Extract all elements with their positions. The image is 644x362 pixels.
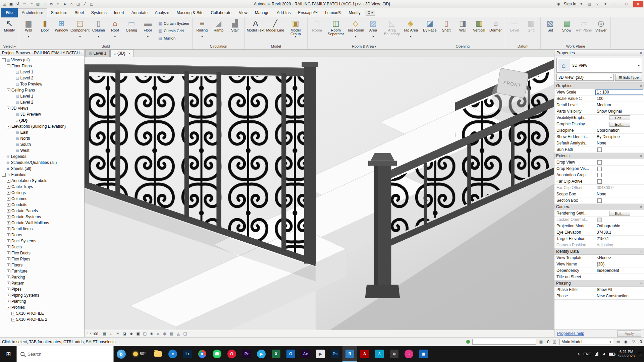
taskbar-app-excel[interactable]: X bbox=[269, 346, 283, 362]
select-panel-label[interactable]: Select ▾ bbox=[0, 44, 19, 49]
design-options-select[interactable]: Main Model ▾ bbox=[559, 339, 613, 345]
section-icon[interactable]: ◫ bbox=[75, 1, 81, 7]
expand-icon[interactable]: + bbox=[7, 294, 10, 297]
displacement-icon[interactable]: ◱ bbox=[182, 331, 188, 337]
apply-button[interactable]: Apply bbox=[617, 330, 641, 337]
type-selector[interactable]: ⌂ 3D View ▾ bbox=[556, 58, 642, 73]
collapse-section-icon[interactable]: « bbox=[639, 250, 643, 252]
prop-value-detail-level[interactable]: Medium bbox=[595, 102, 644, 108]
tree-item-profiles[interactable]: -Profiles bbox=[0, 304, 84, 310]
taskbar-search[interactable]: Search bbox=[16, 346, 114, 362]
assistant-button[interactable]: b bbox=[117, 350, 126, 359]
ribbon-tab-analyze[interactable]: Analyze bbox=[151, 8, 173, 17]
prop-value-rendering-setti[interactable]: Edit... bbox=[595, 210, 644, 216]
tool-curtain-grid[interactable]: ▥Curtain Grid bbox=[157, 28, 191, 34]
tree-item-furniture[interactable]: +Furniture bbox=[0, 268, 84, 274]
tree-item-columns[interactable]: +Columns bbox=[0, 196, 84, 202]
sun-path-icon[interactable]: ☀ bbox=[115, 331, 121, 337]
prop-value-target-elevation[interactable]: 2150.1 bbox=[595, 236, 644, 242]
edit-button[interactable]: Edit... bbox=[609, 115, 630, 120]
maximize-button[interactable]: □ bbox=[622, 1, 631, 7]
tool-column[interactable]: ▯Column▾ bbox=[91, 18, 107, 39]
prop-value-parts-visibility[interactable]: Show Original bbox=[595, 108, 644, 114]
tree-item-pipes[interactable]: +Pipes bbox=[0, 286, 84, 292]
expand-icon[interactable]: + bbox=[7, 221, 10, 225]
tool-area-boundary[interactable]: ◺Area Boundary bbox=[381, 18, 402, 36]
taskbar-app-edge[interactable]: e bbox=[165, 346, 180, 362]
tool-floor[interactable]: ▬Floor▾ bbox=[140, 18, 156, 39]
reveal-hidden-icon[interactable]: ◍ bbox=[162, 331, 168, 337]
ribbon-tab-systems[interactable]: Systems bbox=[88, 8, 110, 17]
taskbar-app-file-explorer[interactable] bbox=[151, 346, 165, 362]
tree-item-curtain-systems[interactable]: +Curtain Systems bbox=[0, 214, 84, 220]
design-options-dropdown-icon[interactable]: ▾ bbox=[609, 340, 611, 344]
prop-value-phase[interactable]: New Construction bbox=[595, 293, 644, 299]
ribbon-tab-file[interactable]: File bbox=[1, 8, 18, 17]
expand-icon[interactable]: + bbox=[7, 239, 10, 243]
expand-icon[interactable]: + bbox=[7, 300, 10, 303]
prop-value-crop-view[interactable] bbox=[595, 159, 644, 165]
tool-stair[interactable]: ▟Stair bbox=[227, 18, 243, 36]
taskbar-app-after-effects[interactable]: Ae bbox=[298, 346, 313, 362]
measure-icon[interactable]: ↔ bbox=[42, 1, 48, 7]
taskbar-app-telegram[interactable]: ▶ bbox=[254, 346, 269, 362]
checkbox[interactable] bbox=[597, 167, 602, 171]
tree-item-west[interactable]: ▤West bbox=[0, 147, 84, 154]
taskbar-app-outlook[interactable]: O bbox=[283, 346, 298, 362]
view-scale-control[interactable]: 1 : 100 bbox=[86, 332, 101, 336]
press-drag-icon[interactable]: ◉ bbox=[623, 339, 629, 345]
ribbon-tab-massing-site[interactable]: Massing & Site bbox=[173, 8, 207, 17]
taskbar-app-settings[interactable]: ⊛ bbox=[387, 346, 401, 362]
tree-item-3d-preview[interactable]: ▤3D Preview bbox=[0, 111, 84, 117]
wifi-icon[interactable] bbox=[595, 352, 598, 356]
save-icon[interactable]: ▣ bbox=[8, 1, 14, 7]
prop-value-eye-elevation[interactable]: 37438.1 bbox=[595, 229, 644, 235]
language-indicator[interactable]: ENG bbox=[583, 352, 591, 356]
expand-icon[interactable]: + bbox=[7, 227, 10, 231]
print-icon[interactable]: ▥ bbox=[35, 1, 41, 7]
tool-area[interactable]: ▨Area▾ bbox=[365, 18, 381, 39]
ribbon-tab-structure[interactable]: Structure bbox=[47, 8, 71, 17]
tool-by-face[interactable]: ◪By Face bbox=[422, 18, 438, 36]
tree-item-annotation-symbols[interactable]: +Annotation Symbols bbox=[0, 178, 84, 184]
ribbon-tab-view[interactable]: View bbox=[235, 8, 251, 17]
ribbon-tab-annotate[interactable]: Annotate bbox=[128, 8, 151, 17]
taskbar-app-opera[interactable]: O bbox=[224, 346, 239, 362]
tool-ceiling[interactable]: ▭Ceiling bbox=[123, 18, 140, 36]
tree-item-east[interactable]: ▤East bbox=[0, 129, 84, 135]
thin-lines-icon[interactable]: ╱ bbox=[82, 1, 88, 7]
checkbox[interactable] bbox=[597, 198, 602, 203]
tool-model-text[interactable]: AModel Text bbox=[246, 18, 265, 36]
redo-icon[interactable]: ↷ bbox=[28, 1, 34, 7]
analytical-model-icon[interactable]: ◬ bbox=[175, 331, 181, 337]
prop-value-title-on-sheet[interactable] bbox=[595, 274, 644, 280]
type-selector-dropdown-icon[interactable]: ▾ bbox=[636, 64, 642, 67]
tree-item-detail-items[interactable]: +Detail Items bbox=[0, 226, 84, 232]
tool-mullion[interactable]: ▤Mullion bbox=[157, 35, 191, 41]
sync-icon[interactable]: ↺ bbox=[15, 1, 21, 7]
prop-value-locked-orientat[interactable] bbox=[595, 217, 644, 223]
shadows-icon[interactable]: ◪ bbox=[122, 331, 128, 337]
tool-roof[interactable]: ⌂Roof▾ bbox=[107, 18, 123, 39]
tool-tag-area[interactable]: ◈Tag Area▾ bbox=[402, 18, 419, 39]
tree-item-planting[interactable]: +Planting bbox=[0, 298, 84, 304]
panel-label-model[interactable]: Model bbox=[245, 44, 307, 49]
tree-item-families[interactable]: -◰Families bbox=[0, 172, 84, 178]
design-options-icon[interactable]: ◫ bbox=[552, 339, 557, 345]
tool-tag-room[interactable]: ◇Tag Room▾ bbox=[346, 18, 365, 39]
view-tab-level-1[interactable]: ▤Level 1 bbox=[85, 50, 110, 57]
panel-label-datum[interactable]: Datum bbox=[505, 44, 540, 49]
taskbar-app-photos[interactable]: ▣ bbox=[416, 346, 431, 362]
prop-value-sun-path[interactable] bbox=[595, 146, 644, 153]
taskbar-clock[interactable]: 6:21 PM 5/23/2023 bbox=[618, 350, 635, 358]
ribbon-tab-add-ins[interactable]: Add-Ins bbox=[273, 8, 294, 17]
tree-item-schedules-quantities-all[interactable]: ▤Schedules/Quantities (all) bbox=[0, 160, 84, 166]
taskbar-app-groove-music[interactable]: ♪ bbox=[401, 346, 416, 362]
checkbox[interactable] bbox=[597, 218, 602, 222]
tool-model-group[interactable]: ▣Model Group▾ bbox=[285, 18, 306, 39]
tool-shaft[interactable]: ▯Shaft bbox=[438, 18, 454, 36]
tree-item-north[interactable]: ▤North bbox=[0, 135, 84, 141]
minimize-button[interactable]: – bbox=[610, 1, 620, 7]
tree-item-elevations-building-elevation[interactable]: -Elevations (Building Elevation) bbox=[0, 123, 84, 129]
lock-3d-view-icon[interactable]: ◈ bbox=[149, 331, 155, 337]
